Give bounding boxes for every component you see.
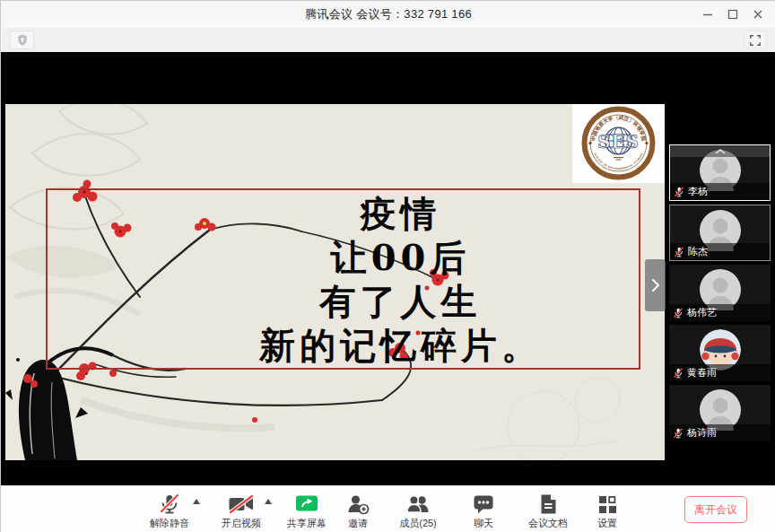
unmute-label: 解除静音	[143, 517, 196, 530]
participant-name: 陈杰	[688, 243, 708, 260]
participant-tile[interactable]: 杨诗雨	[669, 385, 771, 441]
slide-line: 让00后	[162, 235, 639, 279]
participant-tile[interactable]: 黄春雨	[669, 325, 771, 381]
members-label: 成员(25)	[391, 517, 445, 530]
participant-namebar: 陈杰	[670, 243, 770, 260]
shield-icon	[16, 33, 29, 47]
share-screen-button[interactable]: 共享屏幕	[280, 492, 334, 530]
collapse-panel-button[interactable]	[645, 259, 666, 311]
video-options-caret[interactable]	[265, 499, 272, 504]
members-button[interactable]: 成员(25)	[391, 492, 445, 530]
muted-mic-icon	[673, 368, 684, 379]
meeting-docs-button[interactable]: 会议文档	[521, 492, 575, 530]
members-icon	[405, 493, 431, 515]
shared-screen-slide: 中国地质大学（武汉）环境学院 SCHOOL OF ENVIRONMENTAL S…	[5, 104, 665, 460]
close-button[interactable]	[745, 3, 771, 26]
start-video-label: 开启视频	[214, 517, 268, 530]
invite-label: 邀请	[331, 517, 385, 530]
faint-swirl-pattern	[472, 378, 620, 460]
fullscreen-button[interactable]	[744, 31, 767, 49]
window-title: 腾讯会议 会议号：332 791 166	[305, 6, 472, 22]
participant-name: 李杨	[688, 183, 708, 200]
share-screen-icon	[295, 494, 318, 514]
muted-camera-icon	[228, 494, 255, 514]
muted-mic-icon	[674, 247, 684, 257]
document-icon	[538, 493, 558, 515]
close-icon	[752, 8, 764, 21]
chevron-right-icon	[651, 278, 660, 292]
meeting-docs-label: 会议文档	[521, 517, 575, 530]
start-video-button[interactable]: 开启视频	[214, 492, 268, 530]
bottom-toolbar: 解除静音 开启视频	[1, 485, 775, 532]
muted-mic-icon	[674, 187, 684, 197]
fullscreen-icon	[749, 34, 762, 47]
minimize-icon	[701, 8, 714, 21]
unmute-button[interactable]: 解除静音	[143, 492, 196, 530]
participant-tile[interactable]: 杨伟艺	[669, 265, 771, 321]
slide-line: 疫情	[162, 191, 639, 235]
maximize-icon	[727, 8, 739, 21]
muted-mic-icon	[673, 308, 684, 318]
muted-mic-icon	[158, 493, 181, 515]
settings-grid-icon	[596, 493, 618, 515]
participant-namebar: 黄春雨	[669, 364, 771, 381]
caret-up-icon	[193, 499, 200, 504]
participant-tile[interactable]: 李杨	[669, 144, 771, 201]
share-screen-label: 共享屏幕	[280, 517, 334, 530]
minimize-button[interactable]	[695, 3, 720, 26]
participant-namebar: 李杨	[670, 183, 770, 200]
slide-text-lines: 疫情 让00后 有了人生 新的记忆碎片。	[48, 190, 639, 368]
titlebar: 腾讯会议 会议号：332 791 166	[1, 1, 775, 28]
settings-button[interactable]: 设置	[580, 492, 634, 530]
maximize-button[interactable]	[720, 3, 745, 26]
tencent-meeting-window: 腾讯会议 会议号：332 791 166	[0, 0, 775, 532]
unmute-options-caret[interactable]	[193, 499, 200, 504]
participant-namebar: 杨诗雨	[669, 424, 771, 441]
chat-button[interactable]: 聊天	[457, 492, 510, 530]
seal-center-text: SES	[597, 131, 640, 153]
security-shield-button[interactable]	[10, 31, 34, 49]
participant-name: 黄春雨	[687, 364, 717, 381]
slide-line: 有了人生	[162, 279, 639, 323]
ses-logo: 中国地质大学（武汉）环境学院 SCHOOL OF ENVIRONMENTAL S…	[572, 104, 665, 183]
participant-namebar: 杨伟艺	[669, 304, 771, 321]
participant-name: 杨伟艺	[687, 304, 717, 321]
participants-sidebar: 李杨 陈杰	[669, 144, 771, 445]
participant-tile[interactable]: 陈杰	[669, 205, 771, 261]
invite-button[interactable]: 邀请	[331, 492, 385, 530]
chevron-up-icon	[715, 149, 726, 154]
window-controls	[695, 1, 771, 28]
chat-label: 聊天	[457, 517, 510, 530]
ses-seal-icon: 中国地质大学（武汉）环境学院 SCHOOL OF ENVIRONMENTAL S…	[572, 104, 665, 183]
chat-icon	[472, 493, 495, 515]
caret-up-icon	[265, 499, 272, 504]
slide-line: 新的记忆碎片。	[162, 323, 639, 367]
meeting-statusbar	[2, 28, 775, 52]
invite-icon	[346, 493, 370, 515]
scroll-up-control[interactable]	[670, 145, 770, 157]
participant-name: 杨诗雨	[687, 424, 717, 441]
leave-meeting-button[interactable]: 离开会议	[684, 496, 747, 523]
muted-mic-icon	[673, 428, 684, 439]
settings-label: 设置	[580, 517, 634, 530]
slide-text-box: 疫情 让00后 有了人生 新的记忆碎片。	[46, 188, 640, 370]
meeting-stage: 中国地质大学（武汉）环境学院 SCHOOL OF ENVIRONMENTAL S…	[1, 52, 775, 485]
